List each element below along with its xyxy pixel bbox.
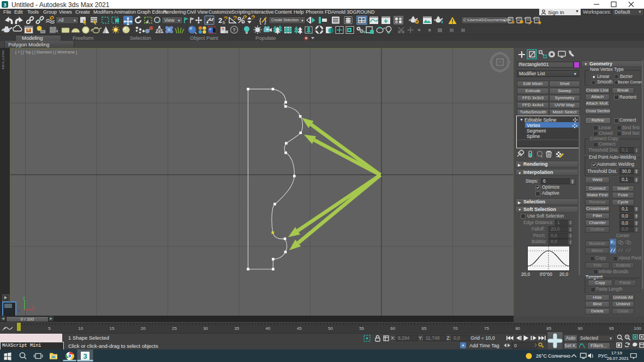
svg-text:30: 30: [203, 326, 208, 331]
svg-text:70: 70: [453, 326, 458, 331]
svg-text:2: 2: [218, 16, 222, 25]
svg-text:x: x: [32, 304, 34, 309]
svg-text:5: 5: [223, 21, 225, 25]
svg-text:0: 0: [514, 343, 517, 348]
svg-text:85: 85: [546, 326, 551, 331]
svg-text:3: 3: [3, 2, 6, 8]
svg-text:5: 5: [48, 326, 51, 331]
svg-text:90: 90: [578, 326, 583, 331]
svg-text:10: 10: [78, 326, 83, 331]
svg-text:80: 80: [515, 326, 520, 331]
svg-text:75: 75: [484, 326, 489, 331]
svg-text:z: z: [18, 308, 20, 313]
svg-text:60: 60: [390, 326, 395, 331]
svg-text:15: 15: [110, 326, 115, 331]
svg-text:100: 100: [634, 326, 641, 331]
svg-text:25: 25: [172, 326, 177, 331]
svg-text:3: 3: [83, 352, 87, 360]
svg-text:95: 95: [609, 326, 614, 331]
svg-text:55: 55: [359, 326, 364, 331]
svg-text:y: y: [23, 295, 25, 300]
svg-text:20: 20: [141, 326, 146, 331]
svg-text:?: ?: [232, 27, 236, 33]
svg-text:65: 65: [422, 326, 427, 331]
svg-text:40: 40: [266, 326, 271, 331]
svg-text:{: {: [259, 17, 261, 25]
svg-text:50: 50: [328, 326, 333, 331]
svg-text:35: 35: [234, 326, 239, 331]
svg-text:45: 45: [297, 326, 302, 331]
